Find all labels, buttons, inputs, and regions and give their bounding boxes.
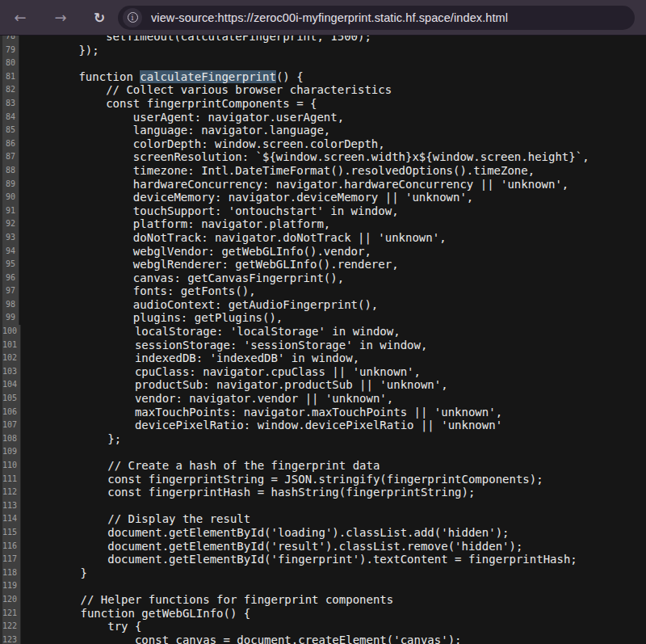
- code-text: const fingerprintComponents = {: [19, 97, 646, 111]
- code-text: cpuClass: navigator.cpuClass || 'unknown…: [21, 365, 646, 379]
- line-number: 88: [0, 164, 19, 178]
- code-text: }: [21, 566, 646, 580]
- code-text: productSub: navigator.productSub || 'unk…: [21, 378, 646, 392]
- source-line: 86 colorDepth: window.screen.colorDepth,: [0, 137, 646, 151]
- line-number: 117: [0, 553, 21, 566]
- line-number: 80: [0, 57, 19, 70]
- code-text: const fingerprintHash = hashString(finge…: [21, 486, 646, 499]
- code-text: const fingerprintString = JSON.stringify…: [21, 473, 646, 486]
- reload-button[interactable]: ↻: [89, 7, 110, 28]
- source-line: 117 document.getElementById('fingerprint…: [0, 553, 646, 566]
- source-line: 97 fonts: getFonts(),: [0, 284, 646, 298]
- line-number: 123: [0, 633, 21, 644]
- line-number: 100: [0, 325, 21, 339]
- line-number: 108: [0, 432, 21, 446]
- code-text: touchSupport: 'ontouchstart' in window,: [19, 204, 646, 218]
- code-text: userAgent: navigator.userAgent,: [19, 111, 646, 124]
- code-text: document.getElementById('fingerprint').t…: [21, 553, 646, 566]
- line-number: 91: [0, 204, 19, 218]
- source-line: 94 webglVendor: getWebGLInfo().vendor,: [0, 245, 646, 259]
- code-text: [19, 57, 646, 70]
- source-line: 93 doNotTrack: navigator.doNotTrack || '…: [0, 231, 646, 245]
- code-text: try {: [21, 620, 646, 633]
- source-line: 113: [0, 499, 646, 513]
- source-line: 90 deviceMemory: navigator.deviceMemory …: [0, 191, 646, 204]
- line-number: 114: [0, 512, 21, 526]
- source-line: 103 cpuClass: navigator.cpuClass || 'unk…: [0, 365, 646, 379]
- source-line: 81 function calculateFingerprint() {: [0, 70, 646, 84]
- line-number: 105: [0, 392, 21, 406]
- line-number: 95: [0, 258, 19, 271]
- code-text: document.getElementById('loading').class…: [21, 526, 646, 540]
- line-number: 103: [0, 365, 21, 379]
- code-text: setTimeout(calculateFingerprint, 1500);: [19, 36, 646, 44]
- code-text: // Create a hash of the fingerprint data: [21, 459, 646, 473]
- url-text: view-source:https://zeroc00i-myfingerpri…: [151, 11, 508, 24]
- site-info-button[interactable]: i: [123, 8, 142, 27]
- source-line: 78 setTimeout(calculateFingerprint, 1500…: [0, 36, 646, 44]
- line-number: 116: [0, 540, 21, 554]
- line-number: 83: [0, 97, 19, 111]
- line-number: 85: [0, 124, 19, 137]
- line-number: 107: [0, 419, 21, 432]
- source-line: 79 });: [0, 44, 646, 57]
- code-text: screenResolution: `${window.screen.width…: [19, 150, 646, 164]
- line-number: 122: [0, 620, 21, 633]
- info-icon: i: [128, 12, 138, 23]
- line-number: 84: [0, 111, 19, 124]
- code-text: document.getElementById('result').classL…: [21, 540, 646, 554]
- line-number: 96: [0, 271, 19, 285]
- code-text: canvas: getCanvasFingerprint(),: [19, 271, 646, 285]
- code-text: const canvas = document.createElement('c…: [21, 633, 646, 644]
- source-line: 80: [0, 57, 646, 70]
- source-line: 105 vendor: navigator.vendor || 'unknown…: [0, 392, 646, 406]
- code-text: maxTouchPoints: navigator.maxTouchPoints…: [21, 406, 646, 419]
- code-text: [21, 499, 646, 513]
- source-line: 121 function getWebGLInfo() {: [0, 607, 646, 621]
- line-number: 102: [0, 351, 21, 365]
- source-line: 115 document.getElementById('loading').c…: [0, 526, 646, 540]
- line-number: 87: [0, 150, 19, 164]
- source-line: 96 canvas: getCanvasFingerprint(),: [0, 271, 646, 285]
- source-line: 107 devicePixelRatio: window.devicePixel…: [0, 419, 646, 432]
- source-line: 102 indexedDB: 'indexedDB' in window,: [0, 351, 646, 365]
- code-text: webglVendor: getWebGLInfo().vendor,: [19, 245, 646, 259]
- line-number: 78: [0, 36, 19, 44]
- source-line: 104 productSub: navigator.productSub || …: [0, 378, 646, 392]
- code-text: colorDepth: window.screen.colorDepth,: [19, 137, 646, 151]
- code-text: webglRenderer: getWebGLInfo().renderer,: [19, 258, 646, 271]
- address-bar[interactable]: i view-source:https://zeroc00i-myfingerp…: [118, 6, 635, 30]
- line-number: 99: [0, 311, 19, 325]
- source-line: 84 userAgent: navigator.userAgent,: [0, 111, 646, 124]
- line-number: 120: [0, 593, 21, 607]
- line-number: 97: [0, 284, 19, 298]
- source-line: 112 const fingerprintHash = hashString(f…: [0, 486, 646, 499]
- line-number: 104: [0, 378, 21, 392]
- line-number: 112: [0, 486, 21, 499]
- code-text: language: navigator.language,: [19, 124, 646, 137]
- line-number: 98: [0, 298, 19, 312]
- source-line: 83 const fingerprintComponents = {: [0, 97, 646, 111]
- line-number: 82: [0, 83, 19, 97]
- search-highlight: calculateFingerprint: [140, 70, 276, 83]
- line-number: 101: [0, 339, 21, 352]
- source-line: 82 // Collect various browser characteri…: [0, 83, 646, 97]
- source-line: 108 };: [0, 432, 646, 446]
- source-line: 109: [0, 445, 646, 459]
- line-number: 92: [0, 217, 19, 231]
- code-text: hardwareConcurrency: navigator.hardwareC…: [19, 178, 646, 192]
- source-line: 87 screenResolution: `${window.screen.wi…: [0, 150, 646, 164]
- line-number: 113: [0, 499, 21, 513]
- code-text: function getWebGLInfo() {: [21, 607, 646, 621]
- line-number: 94: [0, 245, 19, 259]
- line-number: 111: [0, 473, 21, 486]
- code-text: platform: navigator.platform,: [19, 217, 646, 231]
- source-line: 89 hardwareConcurrency: navigator.hardwa…: [0, 178, 646, 192]
- line-number: 81: [0, 70, 19, 84]
- line-number: 121: [0, 607, 21, 621]
- source-line: 122 try {: [0, 620, 646, 633]
- back-button[interactable]: ←: [10, 7, 31, 28]
- forward-button[interactable]: →: [50, 7, 71, 28]
- line-number: 118: [0, 566, 21, 580]
- code-text: deviceMemory: navigator.deviceMemory || …: [19, 191, 646, 204]
